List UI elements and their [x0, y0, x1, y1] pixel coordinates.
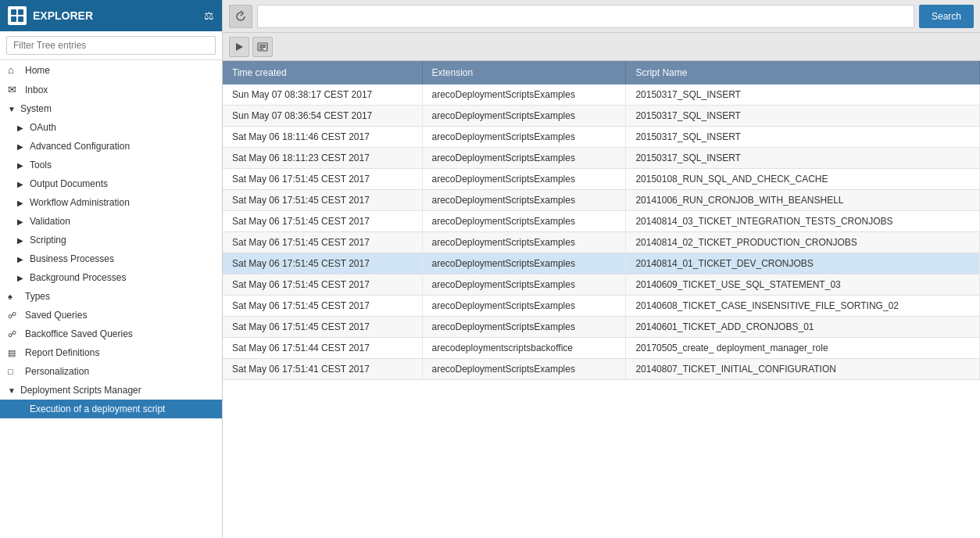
backoffice-saved-queries-icon: ☍: [8, 329, 20, 339]
cell-extension: arecoDeploymentScriptsExamples: [422, 106, 626, 127]
sidebar-item-deployment-scripts-manager[interactable]: ▼ Deployment Scripts Manager: [0, 381, 222, 400]
search-input[interactable]: [257, 5, 914, 28]
cell-time: Sat May 06 17:51:45 CEST 2017: [223, 253, 422, 274]
sidebar-item-label: Business Processes: [30, 253, 114, 264]
cell-script: 20141006_RUN_CRONJOB_WITH_BEANSHELL: [626, 190, 980, 211]
table-row[interactable]: Sat May 06 18:11:23 CEST 2017arecoDeploy…: [223, 148, 980, 169]
app-icon: [8, 6, 27, 25]
chevron-right-icon: ▶: [17, 274, 27, 282]
svg-rect-8: [259, 48, 263, 50]
chevron-right-icon: ▶: [17, 124, 27, 132]
col-script-name[interactable]: Script Name: [626, 61, 980, 84]
cell-time: Sun May 07 08:38:17 CEST 2017: [223, 84, 422, 106]
sidebar-item-execution-deployment-script[interactable]: ▶ Execution of a deployment script: [0, 400, 222, 418]
results-table: Time created Extension Script Name Sun M…: [223, 61, 980, 380]
sidebar-item-home[interactable]: ⌂ Home: [0, 60, 222, 80]
sidebar-item-oauth[interactable]: ▶ OAuth: [0, 118, 222, 137]
sidebar-item-output-documents[interactable]: ▶ Output Documents: [0, 174, 222, 193]
cell-extension: arecoDeploymentScriptsExamples: [422, 211, 626, 232]
table-row[interactable]: Sat May 06 18:11:46 CEST 2017arecoDeploy…: [223, 127, 980, 148]
table-row[interactable]: Sat May 06 17:51:45 CEST 2017arecoDeploy…: [223, 169, 980, 190]
personalization-icon: □: [8, 367, 20, 376]
sidebar-item-label: Report Definitions: [25, 347, 99, 358]
cell-time: Sat May 06 17:51:45 CEST 2017: [223, 169, 422, 190]
table-body: Sun May 07 08:38:17 CEST 2017arecoDeploy…: [223, 84, 980, 380]
chevron-right-icon: ▶: [17, 142, 27, 151]
table-container: Time created Extension Script Name Sun M…: [223, 61, 980, 538]
chevron-down-icon: ▼: [8, 386, 17, 395]
cell-extension: arecoDeploymentScriptsExamples: [422, 253, 626, 274]
sidebar-item-system[interactable]: ▼ System: [0, 99, 222, 118]
export-button[interactable]: [252, 37, 273, 57]
chevron-right-icon: ▶: [17, 180, 27, 188]
table-row[interactable]: Sat May 06 17:51:45 CEST 2017arecoDeploy…: [223, 317, 980, 338]
search-button[interactable]: Search: [919, 5, 974, 28]
sidebar-item-scripting[interactable]: ▶ Scripting: [0, 231, 222, 249]
sidebar-item-business-processes[interactable]: ▶ Business Processes: [0, 249, 222, 268]
svg-rect-2: [11, 16, 16, 22]
svg-rect-7: [259, 46, 266, 48]
cell-time: Sat May 06 17:51:45 CEST 2017: [223, 190, 422, 211]
sidebar-item-label: Types: [25, 291, 50, 302]
table-row[interactable]: Sun May 07 08:38:17 CEST 2017arecoDeploy…: [223, 84, 980, 106]
refresh-button[interactable]: [229, 5, 252, 28]
table-row[interactable]: Sat May 06 17:51:45 CEST 2017arecoDeploy…: [223, 232, 980, 253]
sidebar-item-label: Inbox: [25, 84, 48, 95]
table-row[interactable]: Sat May 06 17:51:41 CEST 2017arecoDeploy…: [223, 359, 980, 380]
report-definitions-icon: ▤: [8, 348, 20, 358]
sidebar-item-backoffice-saved-queries[interactable]: ☍ Backoffice Saved Queries: [0, 325, 222, 343]
table-row[interactable]: Sat May 06 17:51:45 CEST 2017arecoDeploy…: [223, 274, 980, 296]
cell-script: 20140814_01_TICKET_DEV_CRONJOBS: [626, 253, 980, 274]
sidebar-item-label: Home: [25, 65, 50, 76]
table-row[interactable]: Sat May 06 17:51:44 CEST 2017arecodeploy…: [223, 338, 980, 359]
cell-extension: arecoDeploymentScriptsExamples: [422, 359, 626, 380]
sidebar: EXPLORER ⚖ ⌂ Home ✉ Inbox ▼ System ▶ OAu…: [0, 0, 223, 538]
cell-time: Sun May 07 08:36:54 CEST 2017: [223, 106, 422, 127]
table-row[interactable]: Sat May 06 17:51:45 CEST 2017arecoDeploy…: [223, 211, 980, 232]
sidebar-item-workflow-admin[interactable]: ▶ Workflow Administration: [0, 193, 222, 212]
cell-time: Sat May 06 18:11:46 CEST 2017: [223, 127, 422, 148]
sidebar-item-label: Advanced Configuration: [30, 141, 130, 152]
cell-extension: arecoDeploymentScriptsExamples: [422, 190, 626, 211]
cell-script: 20140609_TICKET_USE_SQL_STATEMENT_03: [626, 274, 980, 296]
chevron-right-icon: ▶: [17, 236, 27, 245]
sidebar-item-label: Saved Queries: [25, 310, 87, 321]
cell-time: Sat May 06 17:51:41 CEST 2017: [223, 359, 422, 380]
table-row[interactable]: Sat May 06 17:51:45 CEST 2017arecoDeploy…: [223, 253, 980, 274]
cell-extension: arecoDeploymentScriptsExamples: [422, 274, 626, 296]
sidebar-item-validation[interactable]: ▶ Validation: [0, 212, 222, 231]
filter-input[interactable]: [6, 36, 216, 55]
cell-time: Sat May 06 17:51:45 CEST 2017: [223, 232, 422, 253]
svg-rect-0: [11, 9, 16, 15]
svg-rect-3: [18, 16, 23, 22]
sidebar-item-background-processes[interactable]: ▶ Background Processes: [0, 268, 222, 287]
sidebar-item-label: Backoffice Saved Queries: [25, 328, 133, 339]
sidebar-item-tools[interactable]: ▶ Tools: [0, 156, 222, 174]
sidebar-item-types[interactable]: ♠ Types: [0, 287, 222, 306]
cell-extension: arecoDeploymentScriptsExamples: [422, 232, 626, 253]
chevron-right-icon: ▶: [17, 161, 27, 170]
cell-script: 20150317_SQL_INSERT: [626, 84, 980, 106]
table-row[interactable]: Sun May 07 08:36:54 CEST 2017arecoDeploy…: [223, 106, 980, 127]
run-button[interactable]: [229, 37, 249, 57]
cell-extension: arecoDeploymentScriptsExamples: [422, 169, 626, 190]
sidebar-item-saved-queries[interactable]: ☍ Saved Queries: [0, 306, 222, 325]
table-row[interactable]: Sat May 06 17:51:45 CEST 2017arecoDeploy…: [223, 190, 980, 211]
sidebar-item-advanced-config[interactable]: ▶ Advanced Configuration: [0, 137, 222, 156]
sidebar-item-label: Workflow Administration: [30, 197, 130, 208]
table-row[interactable]: Sat May 06 17:51:45 CEST 2017arecoDeploy…: [223, 296, 980, 317]
sidebar-item-inbox[interactable]: ✉ Inbox: [0, 80, 222, 99]
col-extension[interactable]: Extension: [422, 61, 626, 84]
cell-time: Sat May 06 17:51:45 CEST 2017: [223, 317, 422, 338]
filter-input-wrapper: [0, 31, 222, 60]
sidebar-item-personalization[interactable]: □ Personalization: [0, 362, 222, 381]
filter-icon[interactable]: ⚖: [204, 9, 214, 22]
cell-extension: arecoDeploymentScriptsExamples: [422, 296, 626, 317]
col-time-created[interactable]: Time created: [223, 61, 422, 84]
svg-marker-4: [236, 43, 243, 51]
action-bar: [223, 33, 980, 61]
sidebar-item-report-definitions[interactable]: ▤ Report Definitions: [0, 343, 222, 362]
cell-script: 20150317_SQL_INSERT: [626, 106, 980, 127]
cell-time: Sat May 06 17:51:45 CEST 2017: [223, 211, 422, 232]
sidebar-item-label: OAuth: [30, 122, 56, 133]
